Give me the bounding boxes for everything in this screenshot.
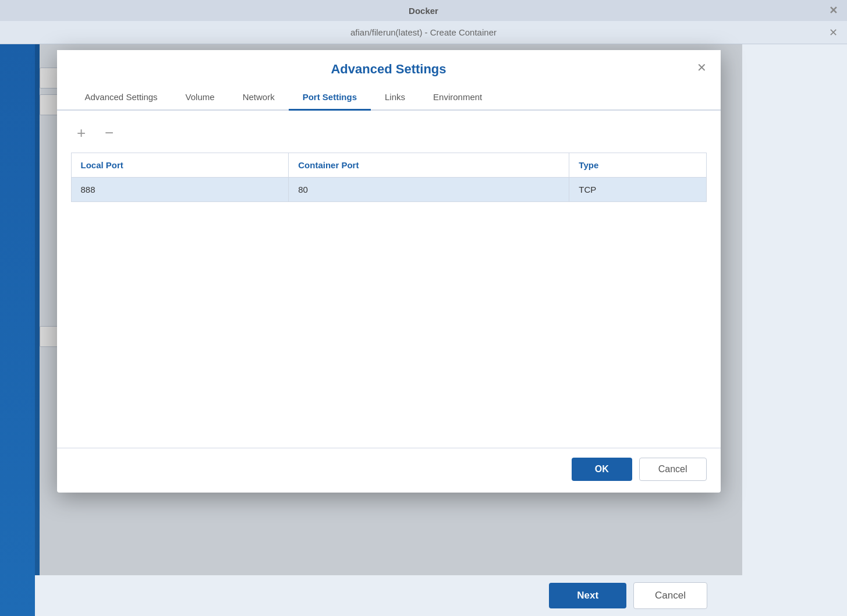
modal-body: + − Local Port Container Port Type 888 8… — [57, 111, 721, 448]
toolbar: + − — [71, 122, 707, 143]
create-container-close-icon[interactable]: ✕ — [829, 26, 838, 39]
cancel-button[interactable]: Cancel — [639, 458, 707, 481]
create-container-bar: afian/filerun(latest) - Create Container… — [0, 21, 847, 44]
tab-network[interactable]: Network — [229, 86, 289, 111]
modal-footer-divider — [57, 448, 721, 448]
bottom-bar: Next Cancel — [35, 575, 742, 616]
ok-button[interactable]: OK — [572, 458, 632, 481]
modal-title: Advanced Settings — [331, 62, 446, 77]
add-port-button[interactable]: + — [71, 122, 92, 143]
tab-environment[interactable]: Environment — [419, 86, 496, 111]
tab-links[interactable]: Links — [371, 86, 419, 111]
modal-close-button[interactable]: ✕ — [697, 62, 707, 73]
docker-title: Docker — [409, 6, 438, 16]
tab-port-settings[interactable]: Port Settings — [289, 86, 371, 111]
bottom-cancel-button[interactable]: Cancel — [633, 582, 707, 609]
modal-overlay: Advanced Settings ✕ Advanced Settings Vo… — [35, 44, 742, 593]
cell-local-port: 888 — [71, 178, 289, 202]
create-container-title: afian/filerun(latest) - Create Container — [350, 27, 497, 37]
docker-titlebar: Docker ✕ — [0, 0, 847, 21]
modal-header: Advanced Settings ✕ Advanced Settings Vo… — [57, 50, 721, 111]
col-container-port: Container Port — [289, 153, 569, 178]
sidebar — [0, 44, 40, 616]
tab-advanced-settings[interactable]: Advanced Settings — [71, 86, 172, 111]
remove-port-button[interactable]: − — [99, 122, 120, 143]
cell-container-port: 80 — [289, 178, 569, 202]
advanced-settings-modal: Advanced Settings ✕ Advanced Settings Vo… — [57, 50, 721, 493]
next-button[interactable]: Next — [549, 583, 626, 608]
port-table: Local Port Container Port Type 888 80 TC… — [71, 153, 707, 202]
cell-type: TCP — [569, 178, 706, 202]
table-row[interactable]: 888 80 TCP — [71, 178, 706, 202]
tabs-container: Advanced Settings Volume Network Port Se… — [57, 86, 721, 111]
table-header-row: Local Port Container Port Type — [71, 153, 706, 178]
tab-volume[interactable]: Volume — [172, 86, 229, 111]
docker-close-icon[interactable]: ✕ — [829, 4, 838, 17]
modal-title-row: Advanced Settings ✕ — [71, 62, 707, 77]
col-local-port: Local Port — [71, 153, 289, 178]
modal-footer: OK Cancel — [57, 458, 721, 493]
col-type: Type — [569, 153, 706, 178]
